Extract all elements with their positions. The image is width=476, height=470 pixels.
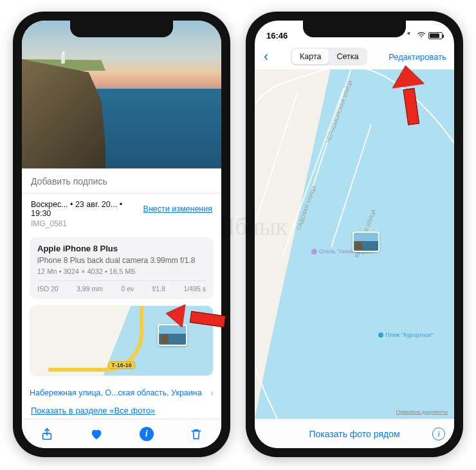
caption-input[interactable] — [22, 168, 221, 194]
poi-beach[interactable]: Пляж "Курортное" — [378, 332, 434, 338]
screen-right: 16:46 ‹ Карта Сетка Редактироват — [255, 21, 454, 448]
camera-model: Apple iPhone 8 Plus — [37, 244, 206, 253]
bottom-bar: Показать фото рядом i — [255, 419, 454, 448]
exif-card[interactable]: Apple iPhone 8 Plus iPhone 8 Plus back d… — [30, 237, 214, 299]
photo-pin-thumbnail[interactable] — [352, 231, 380, 252]
segment-map[interactable]: Карта — [292, 49, 329, 64]
photo-person — [60, 51, 66, 64]
photo-pin-thumbnail[interactable] — [158, 324, 187, 346]
segment-grid[interactable]: Сетка — [329, 49, 366, 64]
share-icon[interactable] — [39, 426, 55, 442]
info-icon[interactable]: i — [139, 426, 154, 442]
airplane-mode-icon — [405, 31, 414, 41]
exif-shutter: 1/495 s — [184, 285, 206, 293]
filename-label: IMG_0581 — [22, 219, 221, 235]
edit-button[interactable]: Редактировать — [387, 50, 448, 64]
chevron-right-icon: › — [210, 388, 214, 398]
address-text: Набережная улица, О...ская область, Укра… — [30, 388, 202, 397]
phone-frame-left: Воскрес... • 23 авг. 20... • 19:30 Внест… — [13, 12, 230, 457]
exif-iso: ISO 20 — [37, 285, 59, 293]
exif-aperture: f/1.8 — [152, 285, 165, 293]
location-map-card[interactable]: Т-16-16 — [30, 305, 214, 376]
trash-icon[interactable] — [188, 426, 204, 442]
nav-bar: ‹ Карта Сетка Редактировать — [255, 44, 454, 69]
bottom-toolbar: i — [22, 419, 221, 448]
phone-frame-right: 16:46 ‹ Карта Сетка Редактироват — [246, 12, 463, 457]
show-nearby-button[interactable]: Показать фото рядом — [309, 429, 399, 439]
camera-resolution: 12 Мп • 3024 × 4032 • 16,5 МБ — [37, 267, 206, 275]
mini-map: Т-16-16 — [30, 306, 213, 375]
favorite-icon[interactable] — [89, 426, 104, 442]
camera-lens: iPhone 8 Plus back dual camera 3.99mm f/… — [37, 256, 206, 265]
battery-icon — [428, 32, 443, 39]
legal-link[interactable]: Правовые документы — [396, 409, 448, 415]
back-button[interactable]: ‹ — [261, 46, 271, 68]
date-row: Воскрес... • 23 авг. 20... • 19:30 Внест… — [22, 194, 221, 219]
screen-left: Воскрес... • 23 авг. 20... • 19:30 Внест… — [22, 21, 221, 448]
road-label: Т-16-16 — [108, 361, 135, 369]
map-view[interactable]: ЧЕРНОМОРСКАЯ УЛИЦА САДОВАЯ УЛИЦА ВИШНЁВА… — [255, 69, 454, 419]
exif-focal: 3,99 mm — [77, 285, 103, 293]
date-text: Воскрес... • 23 авг. 20... • 19:30 — [31, 200, 138, 218]
wifi-icon — [417, 31, 426, 41]
address-row[interactable]: Набережная улица, О...ская область, Укра… — [22, 383, 221, 401]
exif-ev: 0 ev — [121, 285, 134, 293]
view-segmented-control[interactable]: Карта Сетка — [291, 48, 367, 66]
status-time: 16:46 — [266, 31, 288, 41]
info-icon[interactable]: i — [432, 428, 445, 440]
exif-grid: ISO 20 3,99 mm 0 ev f/1.8 1/495 s — [37, 280, 206, 293]
show-in-all-photos-link[interactable]: Показать в разделе «Все фото» — [31, 406, 212, 415]
notch — [70, 21, 173, 37]
notch — [303, 21, 406, 37]
photo-preview[interactable] — [22, 21, 221, 168]
edit-metadata-link[interactable]: Внести изменения — [143, 204, 212, 213]
